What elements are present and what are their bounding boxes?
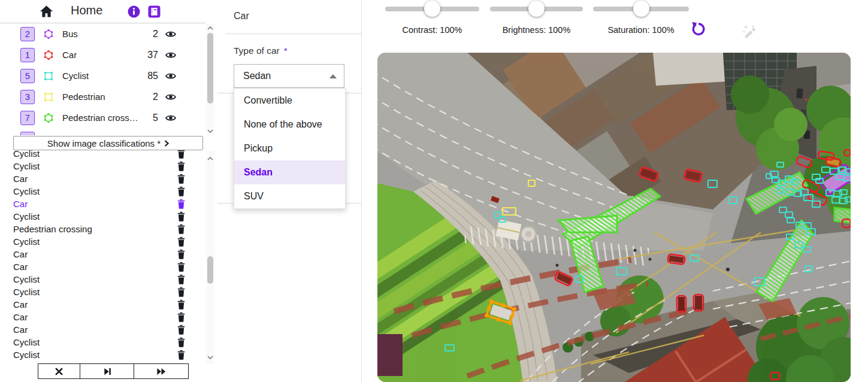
annotation-row[interactable]: Cyclist [0,160,206,172]
annotation-row[interactable]: Car [0,260,206,273]
type-of-car-select[interactable]: Sedan [234,64,344,88]
dropdown-option[interactable]: Convertible [234,89,345,113]
dropdown-option[interactable]: Sedan [234,160,345,184]
annotated-image[interactable] [377,53,851,382]
dropdown-option[interactable]: SUV [234,184,345,208]
notes-icon[interactable] [148,5,161,20]
annotations-scrollbar[interactable] [206,151,214,364]
fast-forward-button[interactable] [134,363,189,379]
scroll-up-icon[interactable] [207,156,213,162]
label-class-row[interactable] [0,128,206,135]
annotation-label: Car [13,299,28,310]
annotation-label: Cyclist [13,337,40,347]
annotation-row[interactable]: Car [0,323,206,336]
annotation-row[interactable]: Cyclist [0,210,206,223]
scrollbar-thumb[interactable] [207,256,213,284]
dropdown-option[interactable]: Pickup [234,137,345,160]
annotation-row[interactable]: Pedestrian crossing [0,223,206,235]
trash-icon[interactable] [177,199,186,209]
label-class-row[interactable]: 2 Bus 2 [0,23,206,44]
close-task-button[interactable] [38,363,80,379]
rect-tool-icon [43,92,54,102]
info-icon[interactable] [128,5,140,20]
scroll-down-icon[interactable] [207,354,213,360]
annotation-label: Car [13,312,28,322]
annotation-label: Cyclist [13,287,40,297]
labels-scrollbar[interactable] [206,24,214,135]
trash-icon[interactable] [177,224,186,234]
annotation-row[interactable]: Cyclist [0,235,206,248]
annotation-row[interactable]: Car [0,298,206,311]
slider-thumb[interactable] [424,1,440,17]
trash-icon[interactable] [177,337,186,347]
label-class-row[interactable]: 7 Pedestrian crossing 5 [0,107,206,128]
eye-icon[interactable] [165,93,176,101]
annotation-label: Car [13,262,28,272]
chevron-right-icon [164,140,169,147]
slider-thumb[interactable] [528,1,545,17]
eye-icon[interactable] [165,31,176,38]
annotation-label: Car [13,249,28,259]
annotation-label: Car [13,199,28,209]
scrollbar-thumb[interactable] [207,33,213,104]
eye-icon[interactable] [165,72,176,80]
trash-icon[interactable] [177,287,186,297]
annotation-row[interactable]: Car [0,198,206,210]
trash-icon[interactable] [177,211,186,222]
skip-to-end-button[interactable] [80,363,134,379]
trash-icon[interactable] [177,350,186,360]
label-class-name: Car [62,50,77,60]
dropdown-option[interactable]: None of the above [234,113,345,137]
annotation-label: Cyclist [13,186,40,196]
trash-icon[interactable] [177,249,186,259]
annotation-label: Car [13,174,28,184]
label-class-count: 2 [140,92,158,102]
trash-icon[interactable] [177,299,186,310]
slider-thumb[interactable] [633,1,649,17]
form-title: Car [234,11,249,22]
trash-icon[interactable] [177,161,186,171]
trash-icon[interactable] [177,312,186,322]
label-class-row[interactable]: 5 Cyclist 85 [0,65,206,86]
magic-wand-icon[interactable] [741,24,759,42]
caret-up-icon [329,74,337,78]
label-class-row[interactable]: 1 Car 37 [0,44,206,65]
scroll-up-icon[interactable] [207,25,213,31]
trash-icon[interactable] [177,262,186,272]
label-classes-list: 2 Bus 2 1 Car 37 5 Cyclist 85 3 Pedestri… [0,23,206,135]
trash-icon[interactable] [177,325,186,335]
annotation-row[interactable]: Cyclist [0,286,206,298]
annotation-row[interactable]: Cyclist [0,348,206,361]
slider-label: Saturation: 100% [581,25,701,35]
label-class-row[interactable]: 3 Pedestrian 2 [0,86,206,107]
shortcut-badge: 7 [20,111,35,125]
eye-icon[interactable] [165,114,176,122]
annotation-row[interactable]: Car [0,172,206,185]
trash-icon[interactable] [177,274,186,284]
trash-icon[interactable] [177,237,186,247]
reset-adjustments-button[interactable] [690,22,706,37]
label-class-name: Bus [62,29,78,39]
label-class-name: Cyclist [62,71,89,81]
trash-icon[interactable] [177,174,186,184]
annotation-row[interactable]: Car [0,248,206,260]
annotation-label: Cyclist [13,161,40,171]
scroll-down-icon[interactable] [207,128,213,134]
annotation-row[interactable]: Car [0,311,206,323]
show-image-classifications-label: Show image classifications * [47,138,161,148]
annotation-row[interactable]: Cyclist [0,336,206,348]
skip-end-icon [102,367,112,376]
annotation-label: Cyclist [13,274,40,284]
polygon-tool-icon [43,29,54,40]
annotation-label: Car [13,325,28,335]
annotation-row[interactable]: Cyclist [0,185,206,198]
eye-icon[interactable] [165,51,176,59]
type-of-car-label: Type of car* [234,46,288,56]
type-of-car-dropdown: ConvertibleNone of the abovePickupSedanS… [234,88,346,209]
annotation-row[interactable]: Cyclist [0,273,206,286]
slider-label: Contrast: 100% [373,25,491,35]
home-icon[interactable] [40,5,53,20]
trash-icon[interactable] [177,186,186,196]
show-image-classifications-button[interactable]: Show image classifications * [13,136,203,150]
shortcut-badge: 3 [20,90,35,104]
